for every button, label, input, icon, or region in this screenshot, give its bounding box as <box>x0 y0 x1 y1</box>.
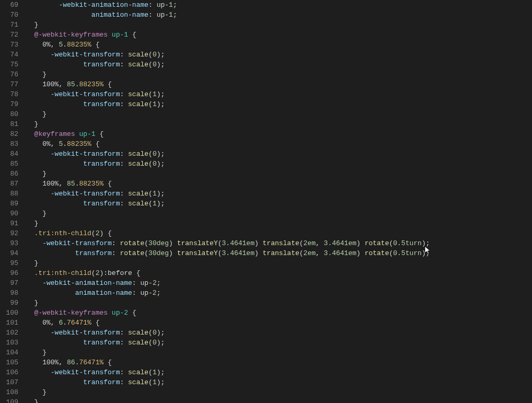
code-token: transform <box>83 61 120 68</box>
line-number: 84 <box>0 149 18 159</box>
code-token: ) <box>169 239 177 247</box>
code-token <box>26 11 91 19</box>
code-line[interactable]: transform: scale(0); <box>26 159 532 169</box>
code-line[interactable]: 0%, 5.88235% { <box>26 40 532 50</box>
code-token: } <box>26 120 38 128</box>
code-line[interactable]: 100%, 85.88235% { <box>26 179 532 189</box>
code-line[interactable]: } <box>26 387 532 397</box>
code-token: ); <box>157 190 165 198</box>
line-number: 89 <box>0 199 18 209</box>
code-line[interactable]: } <box>26 209 532 218</box>
line-number: 96 <box>0 268 18 278</box>
code-token: ); <box>157 339 165 347</box>
code-line[interactable]: 0%, 5.88235% { <box>26 139 532 149</box>
code-token: ( <box>144 249 148 257</box>
code-token: } <box>26 299 38 307</box>
code-line[interactable]: @-webkit-keyframes up-2 { <box>26 308 532 318</box>
code-token: ; <box>173 11 177 19</box>
code-token: } <box>26 398 38 403</box>
code-token: 0 <box>153 329 157 337</box>
code-token: ); <box>422 239 430 247</box>
code-line[interactable]: } <box>26 70 532 79</box>
code-line[interactable]: transform: scale(1); <box>26 377 532 387</box>
line-number: 101 <box>0 318 18 328</box>
code-line[interactable]: -webkit-animation-name: up-2; <box>26 278 532 288</box>
code-token: 0.5turn <box>393 239 422 247</box>
code-token: : <box>120 61 128 68</box>
code-line[interactable]: transform: scale(1); <box>26 99 532 109</box>
code-line[interactable]: animation-name: up-1; <box>26 10 532 20</box>
code-line[interactable]: transform: scale(0); <box>26 60 532 70</box>
code-token: } <box>26 170 47 178</box>
code-token: 76471% <box>67 319 91 327</box>
code-editor[interactable]: 6970717273747576777879808182838485868788… <box>0 0 532 403</box>
code-token: -webkit-transform <box>51 369 120 376</box>
code-token <box>108 309 112 317</box>
code-token: . <box>63 140 67 148</box>
code-token: 30deg <box>148 249 169 257</box>
code-token: @-webkit-keyframes <box>34 309 108 317</box>
line-number: 91 <box>0 218 18 228</box>
code-token: .tri:nth-child <box>34 269 91 277</box>
line-number: 79 <box>0 99 18 109</box>
code-line[interactable]: } <box>26 218 532 228</box>
code-line[interactable]: } <box>26 298 532 308</box>
code-line[interactable]: -webkit-transform: scale(1); <box>26 367 532 377</box>
code-line[interactable]: 100%, 86.76471% { <box>26 358 532 367</box>
code-token: up-1 <box>112 31 128 39</box>
code-line[interactable]: -webkit-transform: scale(0); <box>26 149 532 159</box>
line-number: 97 <box>0 278 18 288</box>
code-line[interactable]: } <box>26 20 532 30</box>
code-token: } <box>26 21 38 29</box>
code-line[interactable]: } <box>26 109 532 119</box>
code-token: ( <box>218 239 222 247</box>
code-token <box>26 309 34 317</box>
code-line[interactable]: 100%, 85.88235% { <box>26 79 532 89</box>
code-line[interactable]: -webkit-transform: scale(1); <box>26 189 532 199</box>
code-line[interactable]: transform: rotate(30deg) translateY(3.46… <box>26 248 532 258</box>
line-number: 75 <box>0 60 18 70</box>
code-line[interactable]: } <box>26 258 532 268</box>
line-number: 83 <box>0 139 18 149</box>
code-line[interactable]: .tri:nth-child(2) { <box>26 228 532 238</box>
code-line[interactable]: -webkit-transform: scale(0); <box>26 328 532 338</box>
code-line[interactable]: .tri:nth-child(2):before { <box>26 268 532 278</box>
code-token: 85 <box>67 180 75 188</box>
line-number: 77 <box>0 79 18 89</box>
code-token <box>26 31 34 39</box>
code-token <box>26 239 42 247</box>
code-line[interactable]: -webkit-animation-name: up-1; <box>26 0 532 10</box>
code-line[interactable]: animation-name: up-2; <box>26 288 532 298</box>
code-token: transform <box>83 200 120 208</box>
code-line[interactable]: } <box>26 119 532 129</box>
code-token: transform <box>83 160 120 168</box>
code-token: 3.4641em <box>324 239 356 247</box>
code-token: scale <box>128 90 148 98</box>
code-token: 85 <box>67 80 75 88</box>
code-token: } <box>26 388 47 396</box>
code-line[interactable]: } <box>26 169 532 179</box>
code-line[interactable]: @keyframes up-1 { <box>26 129 532 139</box>
code-token: scale <box>128 51 148 59</box>
code-token: ( <box>148 200 153 208</box>
line-number: 76 <box>0 70 18 79</box>
code-line[interactable]: -webkit-transform: scale(1); <box>26 89 532 99</box>
code-area[interactable]: -webkit-animation-name: up-1; animation-… <box>24 0 532 403</box>
code-line[interactable]: transform: scale(1); <box>26 199 532 209</box>
code-line[interactable]: } <box>26 348 532 358</box>
code-token: translateY <box>177 239 218 247</box>
code-line[interactable]: transform: scale(0); <box>26 338 532 348</box>
code-token: translateY <box>177 249 218 257</box>
code-line[interactable]: } <box>26 397 532 403</box>
code-line[interactable]: -webkit-transform: scale(0); <box>26 50 532 60</box>
code-token: , <box>316 239 324 247</box>
code-line[interactable]: -webkit-transform: rotate(30deg) transla… <box>26 238 532 248</box>
code-token: ; <box>157 279 161 287</box>
line-number: 82 <box>0 129 18 139</box>
code-token: -webkit-transform <box>51 329 120 337</box>
code-line[interactable]: 0%, 6.76471% { <box>26 318 532 328</box>
code-token: { <box>128 31 136 39</box>
code-token: animation-name <box>75 289 132 297</box>
line-number: 80 <box>0 109 18 119</box>
code-line[interactable]: @-webkit-keyframes up-1 { <box>26 30 532 40</box>
